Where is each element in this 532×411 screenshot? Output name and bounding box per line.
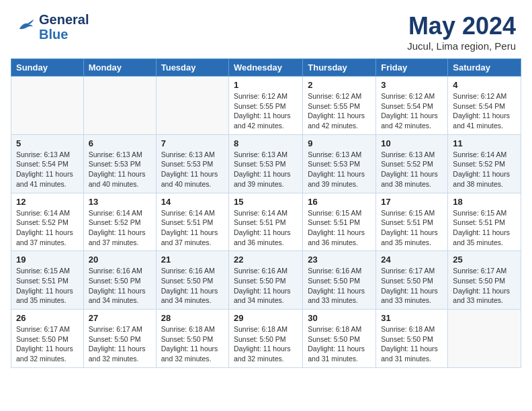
day-number: 5 [16,138,79,148]
calendar-wrap: Sunday Monday Tuesday Wednesday Thursday… [0,58,532,373]
table-row: 9Sunrise: 6:13 AMSunset: 5:53 PMDaylight… [303,134,376,193]
table-row: 6Sunrise: 6:13 AMSunset: 5:53 PMDaylight… [83,134,156,193]
day-number: 21 [161,255,224,265]
day-number: 29 [234,313,298,323]
header-thursday: Thursday [303,59,376,77]
page-container: General Blue May 2024 Jucul, Lima region… [0,0,532,373]
day-number: 11 [453,138,516,148]
day-number: 4 [453,80,516,90]
day-info: Sunrise: 6:12 AMSunset: 5:54 PMDaylight:… [453,91,516,131]
table-row: 26Sunrise: 6:17 AMSunset: 5:50 PMDayligh… [11,310,84,368]
day-number: 17 [381,197,443,207]
table-row: 25Sunrise: 6:17 AMSunset: 5:50 PMDayligh… [448,251,521,310]
table-row [83,77,156,135]
table-row: 22Sunrise: 6:16 AMSunset: 5:50 PMDayligh… [228,251,302,310]
table-row: 4Sunrise: 6:12 AMSunset: 5:54 PMDaylight… [448,77,521,135]
day-number: 23 [308,255,371,265]
logo-text: General Blue [39,12,89,42]
day-number: 8 [234,138,298,148]
day-info: Sunrise: 6:17 AMSunset: 5:50 PMDaylight:… [453,266,516,306]
table-row: 20Sunrise: 6:16 AMSunset: 5:50 PMDayligh… [83,251,156,310]
table-row: 14Sunrise: 6:14 AMSunset: 5:51 PMDayligh… [156,193,228,251]
calendar-week-row: 26Sunrise: 6:17 AMSunset: 5:50 PMDayligh… [11,310,521,368]
day-number: 15 [234,197,298,207]
header-saturday: Saturday [448,59,521,77]
day-info: Sunrise: 6:18 AMSunset: 5:50 PMDaylight:… [234,324,298,364]
table-row: 15Sunrise: 6:14 AMSunset: 5:51 PMDayligh… [228,193,302,251]
day-number: 3 [381,80,443,90]
table-row: 5Sunrise: 6:13 AMSunset: 5:54 PMDaylight… [11,134,84,193]
day-info: Sunrise: 6:13 AMSunset: 5:53 PMDaylight:… [161,150,224,189]
day-number: 19 [16,255,79,265]
day-info: Sunrise: 6:12 AMSunset: 5:54 PMDaylight:… [381,91,443,131]
day-info: Sunrise: 6:16 AMSunset: 5:50 PMDaylight:… [161,266,224,306]
day-number: 27 [89,313,151,323]
table-row: 3Sunrise: 6:12 AMSunset: 5:54 PMDaylight… [376,77,448,135]
day-number: 26 [16,313,79,323]
location-title: Jucul, Lima region, Peru [407,40,516,52]
table-row: 27Sunrise: 6:17 AMSunset: 5:50 PMDayligh… [83,310,156,368]
day-info: Sunrise: 6:12 AMSunset: 5:55 PMDaylight:… [234,91,298,131]
logo-blue: Blue [39,27,89,42]
day-number: 9 [308,138,371,148]
logo: General Blue [16,12,89,42]
table-row: 8Sunrise: 6:13 AMSunset: 5:53 PMDaylight… [228,134,302,193]
table-row: 13Sunrise: 6:14 AMSunset: 5:52 PMDayligh… [83,193,156,251]
header-monday: Monday [83,59,156,77]
table-row: 29Sunrise: 6:18 AMSunset: 5:50 PMDayligh… [228,310,302,368]
header-sunday: Sunday [11,59,84,77]
header-tuesday: Tuesday [156,59,228,77]
day-info: Sunrise: 6:18 AMSunset: 5:50 PMDaylight:… [381,324,443,364]
header: General Blue May 2024 Jucul, Lima region… [0,0,532,58]
day-info: Sunrise: 6:14 AMSunset: 5:51 PMDaylight:… [161,208,224,248]
table-row: 24Sunrise: 6:17 AMSunset: 5:50 PMDayligh… [376,251,448,310]
day-info: Sunrise: 6:14 AMSunset: 5:51 PMDaylight:… [234,208,298,248]
calendar-week-row: 12Sunrise: 6:14 AMSunset: 5:52 PMDayligh… [11,193,521,251]
day-info: Sunrise: 6:18 AMSunset: 5:50 PMDaylight:… [308,324,371,364]
day-info: Sunrise: 6:14 AMSunset: 5:52 PMDaylight:… [89,208,151,248]
table-row: 2Sunrise: 6:12 AMSunset: 5:55 PMDaylight… [303,77,376,135]
calendar-week-row: 19Sunrise: 6:15 AMSunset: 5:51 PMDayligh… [11,251,521,310]
day-number: 28 [161,313,224,323]
header-friday: Friday [376,59,448,77]
table-row [11,77,84,135]
table-row: 10Sunrise: 6:13 AMSunset: 5:52 PMDayligh… [376,134,448,193]
day-info: Sunrise: 6:17 AMSunset: 5:50 PMDaylight:… [89,324,151,364]
table-row: 21Sunrise: 6:16 AMSunset: 5:50 PMDayligh… [156,251,228,310]
table-row: 28Sunrise: 6:18 AMSunset: 5:50 PMDayligh… [156,310,228,368]
day-info: Sunrise: 6:14 AMSunset: 5:52 PMDaylight:… [453,150,516,189]
day-info: Sunrise: 6:15 AMSunset: 5:51 PMDaylight:… [381,208,443,248]
day-number: 14 [161,197,224,207]
day-info: Sunrise: 6:13 AMSunset: 5:53 PMDaylight:… [234,150,298,189]
day-number: 6 [89,138,151,148]
table-row: 23Sunrise: 6:16 AMSunset: 5:50 PMDayligh… [303,251,376,310]
day-info: Sunrise: 6:16 AMSunset: 5:50 PMDaylight:… [89,266,151,306]
table-row: 30Sunrise: 6:18 AMSunset: 5:50 PMDayligh… [303,310,376,368]
logo-general: General [39,12,89,27]
day-info: Sunrise: 6:17 AMSunset: 5:50 PMDaylight:… [381,266,443,306]
day-info: Sunrise: 6:14 AMSunset: 5:52 PMDaylight:… [16,208,79,248]
day-number: 7 [161,138,224,148]
day-info: Sunrise: 6:12 AMSunset: 5:55 PMDaylight:… [308,91,371,131]
table-row: 18Sunrise: 6:15 AMSunset: 5:51 PMDayligh… [448,193,521,251]
header-wednesday: Wednesday [228,59,302,77]
table-row: 1Sunrise: 6:12 AMSunset: 5:55 PMDaylight… [228,77,302,135]
calendar-table: Sunday Monday Tuesday Wednesday Thursday… [11,58,521,368]
table-row: 31Sunrise: 6:18 AMSunset: 5:50 PMDayligh… [376,310,448,368]
table-row: 17Sunrise: 6:15 AMSunset: 5:51 PMDayligh… [376,193,448,251]
day-info: Sunrise: 6:13 AMSunset: 5:52 PMDaylight:… [381,150,443,189]
day-number: 2 [308,80,371,90]
table-row: 11Sunrise: 6:14 AMSunset: 5:52 PMDayligh… [448,134,521,193]
table-row: 16Sunrise: 6:15 AMSunset: 5:51 PMDayligh… [303,193,376,251]
day-number: 12 [16,197,79,207]
day-info: Sunrise: 6:16 AMSunset: 5:50 PMDaylight:… [308,266,371,306]
day-number: 10 [381,138,443,148]
day-number: 1 [234,80,298,90]
day-info: Sunrise: 6:13 AMSunset: 5:53 PMDaylight:… [89,150,151,189]
day-info: Sunrise: 6:15 AMSunset: 5:51 PMDaylight:… [453,208,516,248]
calendar-week-row: 5Sunrise: 6:13 AMSunset: 5:54 PMDaylight… [11,134,521,193]
day-info: Sunrise: 6:13 AMSunset: 5:53 PMDaylight:… [308,150,371,189]
bird-icon [16,18,35,33]
weekday-header-row: Sunday Monday Tuesday Wednesday Thursday… [11,59,521,77]
day-info: Sunrise: 6:16 AMSunset: 5:50 PMDaylight:… [234,266,298,306]
